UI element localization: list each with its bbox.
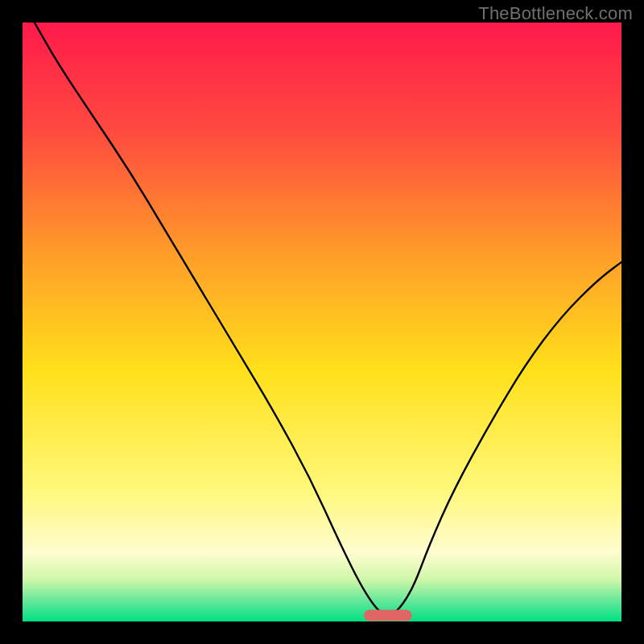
plot-background [23, 23, 621, 621]
optimal-marker [364, 610, 412, 621]
chart-frame: { "watermark": "TheBottleneck.com", "cha… [0, 0, 644, 644]
bottleneck-chart [0, 0, 644, 644]
watermark-text: TheBottleneck.com [478, 3, 633, 24]
